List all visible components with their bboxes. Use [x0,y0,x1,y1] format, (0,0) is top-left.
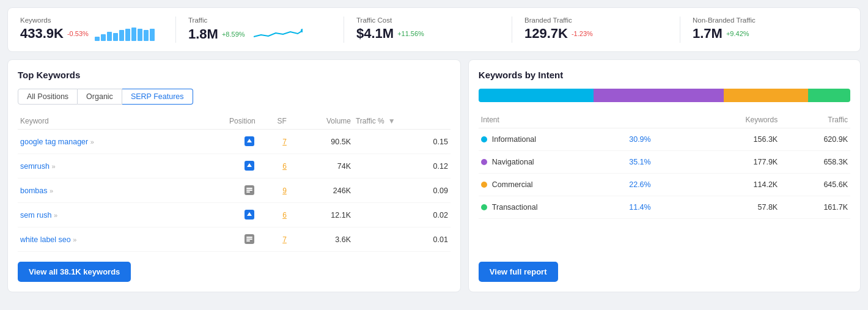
intent-pct-link[interactable]: 11.4% [629,203,650,212]
sf-cell: 9 [258,179,289,203]
position-cell [190,154,258,179]
traffic-pct-cell: 0.12 [353,154,451,179]
sf-cell: 6 [258,203,289,227]
traffic-filter-icon[interactable]: ▼ [388,117,395,125]
volume-cell: 246K [289,179,353,203]
table-row: sem rush » 6 12.1K 0.02 [18,203,451,227]
keyword-tabs: All PositionsOrganicSERP Features [18,89,451,105]
intent-traffic-cell: 161.7K [780,196,850,219]
kw-cell: semrush » [18,154,190,179]
sf-icon-cap [243,160,256,172]
intent-label-cell: Commercial [479,174,627,196]
col-volume: Volume [289,113,353,130]
intent-keywords-cell: 114.2K [691,174,780,196]
top-keywords-title: Top Keywords [18,70,451,80]
keyword-link[interactable]: google tag manager » [20,138,94,146]
intent-pct-cell: 11.4% [627,196,691,219]
position-number: 6 [282,211,287,220]
table-row: google tag manager » 7 90.5K 0.15 [18,130,451,154]
kw-cell: white label seo » [18,227,190,252]
traffic-pct-cell: 0.09 [353,179,451,203]
intent-keywords-cell: 156.3K [691,128,780,151]
intent-bar-informational [479,89,594,102]
svg-rect-10 [246,238,252,240]
volume-cell: 3.6K [289,227,353,252]
intent-keywords-cell: 177.9K [691,151,780,174]
view-full-report-button[interactable]: View full report [479,262,558,282]
intent-pct-link[interactable]: 22.6% [629,180,650,189]
intent-table: Intent Keywords Traffic Informational 30… [479,112,850,219]
intent-label-cell: Transactional [479,196,627,219]
intent-dot [481,159,487,165]
position-number: 9 [282,186,287,195]
metric-label-non_branded_traffic: Non-Branded Traffic [693,17,836,24]
col-sf: SF [258,113,289,130]
intent-pct-cell: 30.9% [627,128,691,151]
position-cell [190,179,258,203]
intent-bar-transactional [808,89,850,102]
keyword-link[interactable]: sem rush » [20,211,57,220]
svg-rect-4 [246,188,252,189]
volume-cell: 12.1K [289,203,353,227]
metric-branded_traffic: Branded Traffic129.7K-1.23% [524,17,680,43]
table-row: bombas » 9 246K 0.09 [18,179,451,203]
intent-dot [481,204,487,210]
volume-cell: 90.5K [289,130,353,154]
intent-name: Transactional [492,203,538,212]
intent-name: Navigational [492,158,534,166]
view-all-keywords-button[interactable]: View all 38.1K keywords [18,262,131,282]
traffic-pct-cell: 0.15 [353,130,451,154]
metric-value-traffic: 1.8M [188,26,218,42]
sf-cell: 7 [258,130,289,154]
position-cell [190,227,258,252]
sf-icon-doc [243,233,256,245]
keyword-link[interactable]: semrush » [20,162,56,171]
table-row: white label seo » 7 3.6K 0.01 [18,227,451,252]
col-intent: Intent [479,112,627,128]
tab-all[interactable]: All Positions [18,89,78,105]
svg-rect-6 [246,191,250,193]
kw-cell: bombas » [18,179,190,203]
metric-change-non_branded_traffic: +9.42% [726,30,749,37]
left-panel: Top Keywords All PositionsOrganicSERP Fe… [7,59,461,292]
tab-organic[interactable]: Organic [78,89,122,105]
intent-dot [481,182,487,188]
metric-change-traffic_cost: +11.56% [397,30,424,37]
intent-pct-link[interactable]: 30.9% [629,135,650,144]
intent-bar-navigational [594,89,724,102]
right-panel: Keywords by Intent Intent Keywords Traff… [468,59,861,292]
keyword-link[interactable]: bombas » [20,186,53,195]
col-pct-empty [627,112,691,128]
table-row: semrush » 6 74K 0.12 [18,154,451,179]
metric-traffic: Traffic1.8M+8.59% [188,17,344,43]
sf-icon-doc [243,184,256,196]
keywords-by-intent-title: Keywords by Intent [479,70,850,80]
intent-table-row: Transactional 11.4% 57.8K 161.7K [479,196,850,219]
intent-bar-commercial [724,89,807,102]
tab-serp[interactable]: SERP Features [122,89,193,105]
metric-traffic_cost: Traffic Cost$4.1M+11.56% [356,17,512,43]
metric-label-keywords: Keywords [20,17,163,24]
intent-keywords-cell: 57.8K [691,196,780,219]
kw-cell: google tag manager » [18,130,190,154]
keyword-link[interactable]: white label seo » [20,235,76,244]
intent-dot [481,136,487,142]
intent-bar-chart [479,89,850,102]
metric-label-traffic: Traffic [188,17,331,24]
position-number: 7 [282,138,287,146]
metric-change-traffic: +8.59% [222,31,245,38]
col-position: Position [190,113,258,130]
main-content: Top Keywords All PositionsOrganicSERP Fe… [7,59,861,292]
sf-icon-cap [243,209,256,221]
metrics-bar: Keywords433.9K-0.53%Traffic1.8M+8.59%Tra… [7,7,861,52]
sf-cell: 6 [258,154,289,179]
metric-label-traffic_cost: Traffic Cost [356,17,499,24]
svg-rect-11 [246,240,250,242]
position-number: 6 [282,162,287,171]
intent-pct-link[interactable]: 35.1% [629,158,650,166]
col-traffic: Traffic [780,112,850,128]
intent-traffic-cell: 658.3K [780,151,850,174]
sf-cell: 7 [258,227,289,252]
traffic-sparkline [254,26,303,43]
col-keywords: Keywords [691,112,780,128]
